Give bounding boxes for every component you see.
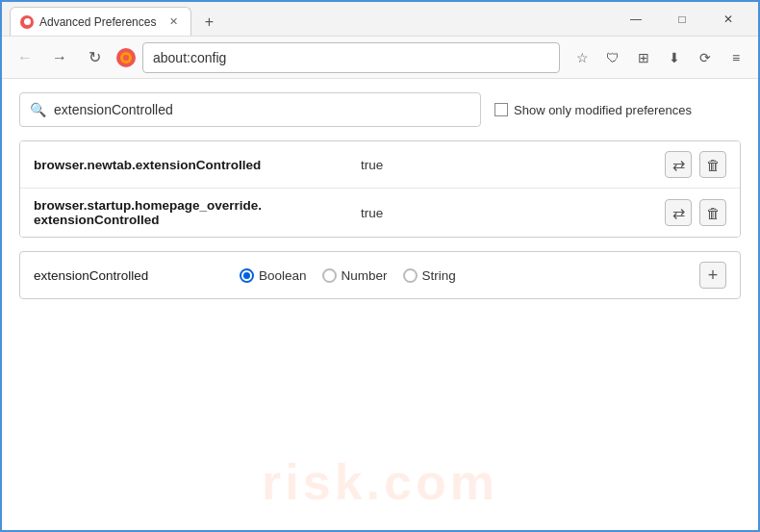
pref-value-2: true xyxy=(361,206,665,220)
number-option[interactable]: Number xyxy=(322,268,388,283)
pref-name-2: browser.startup.homepage_override. exten… xyxy=(34,198,361,227)
table-row: browser.newtab.extensionControlled true … xyxy=(20,141,740,189)
show-modified-label[interactable]: Show only modified preferences xyxy=(494,103,692,117)
nav-icons: ☆ 🛡 ⊞ ⬇ ⟳ ≡ xyxy=(568,43,750,72)
tab-label: Advanced Preferences xyxy=(39,15,156,29)
tab-favicon xyxy=(20,15,34,29)
row-2-actions: ⇄ 🗑 xyxy=(665,199,726,226)
type-radio-group: Boolean Number String xyxy=(240,268,456,283)
sync-icon[interactable]: ⟳ xyxy=(691,43,720,72)
extension-icon[interactable]: ⊞ xyxy=(629,43,658,72)
string-option[interactable]: String xyxy=(403,268,456,283)
number-label: Number xyxy=(342,268,388,283)
add-preference-row: extensionControlled Boolean Number Strin… xyxy=(19,251,741,299)
trash-icon: 🗑 xyxy=(706,205,721,221)
number-radio[interactable] xyxy=(322,268,337,283)
search-box[interactable]: 🔍 xyxy=(19,92,481,127)
navigation-bar: ← → ↻ about:config ☆ 🛡 ⊞ ⬇ ⟳ ≡ xyxy=(2,37,758,79)
tab-bar: Advanced Preferences ✕ + xyxy=(10,2,614,36)
boolean-option[interactable]: Boolean xyxy=(240,268,307,283)
firefox-logo-icon xyxy=(115,47,137,68)
window-controls: — □ ✕ xyxy=(614,2,758,37)
delete-button-1[interactable]: 🗑 xyxy=(699,151,726,178)
reload-button[interactable]: ↻ xyxy=(79,42,110,73)
back-button[interactable]: ← xyxy=(10,42,40,73)
forward-button[interactable]: → xyxy=(44,42,75,73)
results-table: browser.newtab.extensionControlled true … xyxy=(19,140,741,238)
table-row: browser.startup.homepage_override. exten… xyxy=(20,189,740,237)
swap-icon: ⇄ xyxy=(672,204,685,222)
url-text: about:config xyxy=(153,50,226,65)
menu-icon[interactable]: ≡ xyxy=(722,43,750,72)
show-modified-text: Show only modified preferences xyxy=(514,103,692,117)
add-plus-button[interactable]: + xyxy=(699,262,726,289)
search-row: 🔍 Show only modified preferences xyxy=(19,92,741,127)
string-label: String xyxy=(422,268,456,283)
boolean-label: Boolean xyxy=(259,268,307,283)
address-bar[interactable]: about:config xyxy=(142,42,560,73)
show-modified-checkbox[interactable] xyxy=(494,103,508,116)
search-input[interactable] xyxy=(54,102,470,117)
row-1-actions: ⇄ 🗑 xyxy=(665,151,726,178)
pref-value-1: true xyxy=(361,158,665,172)
active-tab[interactable]: Advanced Preferences ✕ xyxy=(10,7,191,36)
title-bar: Advanced Preferences ✕ + — □ ✕ xyxy=(2,2,758,37)
content-area: risk.com 🔍 Show only modified preference… xyxy=(2,79,758,530)
maximize-button[interactable]: □ xyxy=(660,2,704,37)
trash-icon: 🗑 xyxy=(706,157,721,173)
new-pref-name: extensionControlled xyxy=(34,268,226,283)
delete-button-2[interactable]: 🗑 xyxy=(699,199,726,226)
boolean-radio[interactable] xyxy=(240,268,254,283)
download-icon[interactable]: ⬇ xyxy=(660,43,689,72)
new-tab-button[interactable]: + xyxy=(195,9,222,36)
tab-close-button[interactable]: ✕ xyxy=(165,14,181,30)
swap-button-2[interactable]: ⇄ xyxy=(665,199,692,226)
pref-name-1: browser.newtab.extensionControlled xyxy=(34,158,361,172)
swap-icon: ⇄ xyxy=(672,156,685,174)
shield-icon[interactable]: 🛡 xyxy=(598,43,627,72)
close-button[interactable]: ✕ xyxy=(706,2,750,37)
svg-point-2 xyxy=(123,55,129,61)
minimize-button[interactable]: — xyxy=(614,2,658,37)
swap-button-1[interactable]: ⇄ xyxy=(665,151,692,178)
watermark: risk.com xyxy=(262,453,498,511)
string-radio[interactable] xyxy=(403,268,418,283)
bookmark-icon[interactable]: ☆ xyxy=(568,43,596,72)
search-icon: 🔍 xyxy=(30,102,46,117)
